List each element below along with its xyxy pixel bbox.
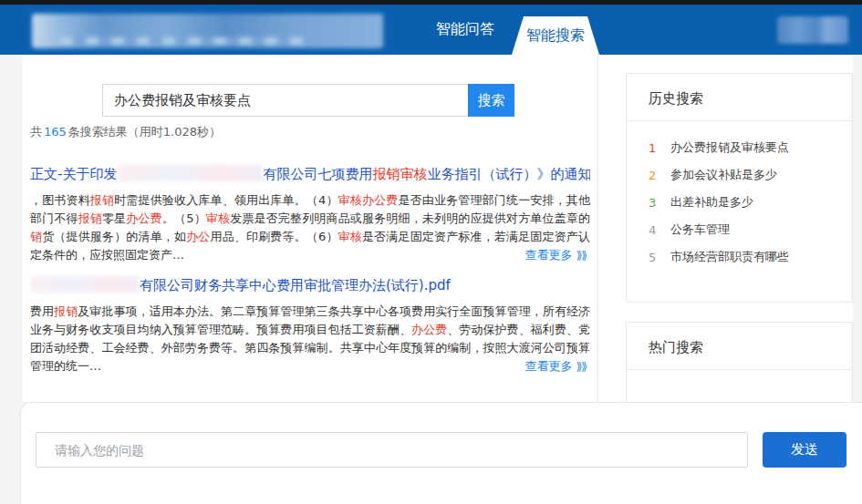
search-results-panel: 搜索 共165条搜索结果（用时1.028秒） 正文-关于印发有限公司七项费用报销… (23, 55, 598, 402)
redacted-text (30, 276, 140, 293)
summary-suffix: 条搜索结果（用时1.028秒） (68, 125, 221, 139)
history-search-title: 历史搜索 (627, 74, 852, 121)
redacted-company-logo (32, 14, 383, 48)
rank-number: 2 (649, 169, 663, 182)
history-item[interactable]: 2 参加会议补贴是多少 (649, 161, 852, 189)
history-item[interactable]: 1 办公费报销及审核要点 (649, 134, 852, 161)
rank-number: 4 (649, 223, 663, 237)
history-item-label: 出差补助是多少 (670, 194, 753, 211)
app-header: 智能问答 智能搜索 (0, 5, 862, 55)
tab-smart-search[interactable]: 智能搜索 (512, 16, 599, 55)
question-input[interactable] (36, 432, 748, 468)
history-item-label: 公务车管理 (670, 221, 730, 238)
result-title-link[interactable]: 正文-关于印发有限公司七项费用报销审核业务指引（试行）》的通知.pdf (30, 162, 590, 186)
results-count: 165 (44, 125, 67, 139)
history-item-label: 参加会议补贴是多少 (670, 167, 777, 183)
search-result: 正文-关于印发有限公司七项费用报销审核业务指引（试行）》的通知.pdf ，图书资… (30, 162, 590, 264)
results-summary: 共165条搜索结果（用时1.028秒） (30, 124, 221, 140)
history-item[interactable]: 5 市场经营部职责有哪些 (649, 243, 852, 271)
result-snippet: 费用报销及审批事项，适用本办法。第二章预算管理第三条共享中心各项费用实行全面预算… (30, 303, 590, 375)
result-title-link[interactable]: 有限公司财务共享中心费用审批管理办法(试行).pdf (30, 273, 590, 297)
rank-number: 5 (649, 251, 663, 264)
hot-search-title: 热门搜索 (627, 323, 852, 370)
search-input[interactable] (102, 84, 469, 117)
history-item-label: 办公费报销及审核要点 (670, 139, 789, 156)
question-input-bar: 发送 (20, 402, 862, 504)
history-search-list: 1 办公费报销及审核要点 2 参加会议补贴是多少 3 出差补助是多少 4 公务车… (627, 121, 852, 271)
rank-number: 3 (649, 196, 663, 210)
rank-number: 1 (649, 141, 663, 155)
result-snippet: ，图书资料报销时需提供验收入库单、领用出库单。（4）审核办公费是否由业务管理部门… (30, 191, 590, 264)
see-more-link[interactable]: 查看更多 ⟫⟫ (518, 246, 587, 264)
search-button[interactable]: 搜索 (468, 84, 514, 117)
chevrons-right-icon: ⟫⟫ (576, 249, 587, 262)
chevrons-right-icon: ⟫⟫ (576, 360, 587, 373)
tab-smart-qa[interactable]: 智能问答 (415, 5, 515, 55)
history-item[interactable]: 3 出差补助是多少 (649, 189, 852, 216)
search-result: 有限公司财务共享中心费用审批管理办法(试行).pdf 费用报销及审批事项，适用本… (30, 273, 590, 375)
see-more-link[interactable]: 查看更多 ⟫⟫ (518, 357, 587, 375)
redacted-user-info (777, 16, 848, 44)
summary-prefix: 共 (30, 125, 42, 139)
history-item[interactable]: 4 公务车管理 (649, 216, 852, 243)
redacted-text (117, 165, 263, 181)
history-item-label: 市场经营部职责有哪些 (670, 249, 789, 265)
history-search-panel: 历史搜索 1 办公费报销及审核要点 2 参加会议补贴是多少 3 出差补助是多少 … (626, 73, 853, 303)
send-button[interactable]: 发送 (763, 432, 846, 468)
